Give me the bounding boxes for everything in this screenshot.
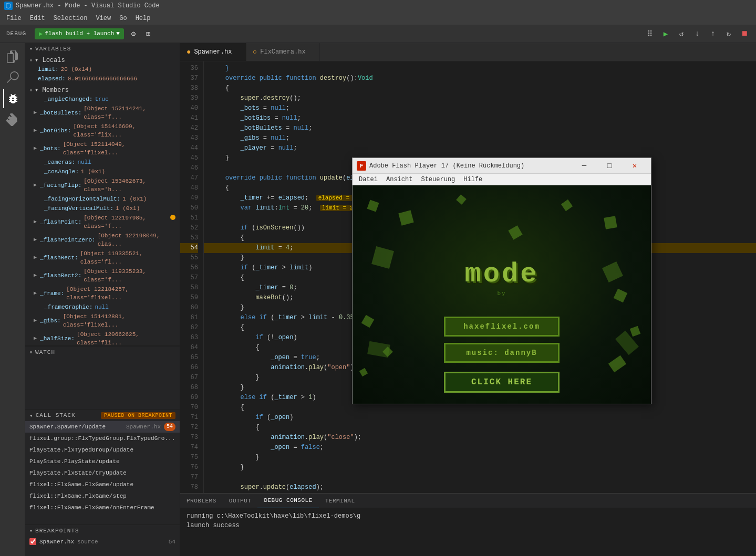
maximize-button[interactable]: □ — [597, 158, 622, 174]
var-flashRect2[interactable]: ▶ _flashRect2: [Object 119335233, class=… — [25, 267, 180, 285]
callstack-item-5[interactable]: flixel::FlxGame.FlxGame/update — [25, 479, 180, 490]
callstack-item-1[interactable]: flixel.group::FlxTypedGroup.FlxTypedGro.… — [25, 433, 180, 444]
activity-explorer[interactable] — [3, 47, 22, 66]
code-line-39: super.destroy(); — [204, 93, 756, 103]
game-subtitle: by — [497, 290, 506, 297]
activity-search[interactable] — [3, 68, 22, 87]
flash-menu-datei[interactable]: Datei — [355, 174, 382, 185]
callstack-item-0[interactable]: Spawner.Spawner/update Spawner.hx 54 — [25, 421, 180, 433]
terminal-line-1: launch success — [187, 521, 750, 530]
code-line-78: super.update(elapsed); — [204, 482, 756, 492]
tab-spawner[interactable]: ● Spawner.hx × — [180, 43, 246, 61]
var-flashPointZero[interactable]: ▶ _flashPointZero: [Object 122198049, cl… — [25, 231, 180, 249]
code-line-40: _bots = null; — [204, 103, 756, 113]
tab-label-spawner: Spawner.hx — [194, 48, 232, 56]
watch-header[interactable]: ▾ WATCH — [25, 347, 180, 358]
var-gibs[interactable]: ▶ _gibs: [Object 151412801, class='flixe… — [25, 312, 180, 330]
drag-handle: ⠿ — [643, 26, 657, 41]
var-botGibs[interactable]: ▶ _botGibs: [Object 151416609, class='fl… — [25, 122, 180, 140]
breakpoint-checkbox-0[interactable] — [29, 538, 36, 545]
flash-menu-steuerung[interactable]: Steuerung — [417, 174, 459, 185]
flash-titlebar: F Adobe Flash Player 17 (Keine Rückmeldu… — [353, 158, 651, 174]
var-facingFlip[interactable]: ▶ _facingFlip: [Object 153462673, class=… — [25, 176, 180, 194]
members-header[interactable]: ▾ ▾ Members — [25, 86, 180, 95]
code-line-43: _gibs = null; — [204, 133, 756, 143]
tab-problems[interactable]: PROBLEMS — [180, 494, 223, 508]
var-botBullets[interactable]: ▶ _botBullets: [Object 152114241, class=… — [25, 104, 180, 122]
callstack-item-7[interactable]: flixel::FlxGame.FlxGame/onEnterFrame — [25, 502, 180, 513]
tab-debug-console[interactable]: DEBUG CONSOLE — [257, 494, 318, 508]
flash-build-button[interactable]: ▶ flash build + launch ▼ — [35, 28, 124, 39]
variables-header[interactable]: ▾ VARIABLES — [25, 43, 180, 55]
var-bots[interactable]: ▶ _bots: [Object 152114049, class='flixe… — [25, 140, 180, 158]
var-cameras: _cameras: null — [25, 158, 180, 167]
layout-button[interactable]: ⊞ — [141, 26, 156, 41]
flash-content: mode by haxeflixel.com music: dannyB CLI… — [353, 185, 651, 404]
close-button[interactable]: ✕ — [623, 158, 647, 174]
terminal-line-0: running c:\HaxeToolkit\haxe\lib\flixel-d… — [187, 511, 750, 521]
callstack-item-2[interactable]: PlayState.FlxTypedGroup/update — [25, 444, 180, 456]
play-icon: ▶ — [39, 30, 43, 38]
var-limit: limit: 20 (0x14) — [25, 65, 180, 74]
code-line-75: } — [204, 453, 756, 463]
members-label: ▾ Members — [35, 86, 69, 94]
dropdown-arrow: ▼ — [116, 30, 120, 37]
var-cosAngle: _cosAngle: 1 (0x1) — [25, 167, 180, 176]
debug-controls: ⠿ ▶ ↺ ↓ ↑ ↻ ⏹ — [643, 26, 756, 41]
step-out-button[interactable]: ↑ — [706, 26, 720, 41]
game-display: mode by haxeflixel.com music: dannyB CLI… — [353, 185, 651, 404]
breakpoints-header[interactable]: ▾ BREAKPOINTS — [25, 525, 180, 537]
variables-section: ▾ VARIABLES ▾ ▾ Locals limit: 20 (0x14) … — [25, 43, 180, 346]
menu-view[interactable]: View — [91, 12, 115, 25]
stop-button[interactable]: ⏹ — [737, 26, 752, 41]
haxeflixel-button[interactable]: haxeflixel.com — [444, 317, 560, 337]
code-line-73: animation.play("close"); — [204, 433, 756, 443]
menu-go[interactable]: Go — [115, 12, 131, 25]
var-flashRect[interactable]: ▶ _flashRect: [Object 119335521, class='… — [25, 249, 180, 267]
music-button[interactable]: music: dannyB — [444, 343, 560, 363]
var-frame[interactable]: ▶ _frame: [Object 122184257, class='flix… — [25, 285, 180, 302]
var-facingHMult: _facingHorizontalMult: 1 (0x1) — [25, 194, 180, 204]
menu-help[interactable]: Help — [131, 12, 155, 25]
code-line-42: _botBullets = null; — [204, 123, 756, 133]
menu-file[interactable]: File — [2, 12, 26, 25]
callstack-item-6[interactable]: flixel::FlxGame.FlxGame/step — [25, 490, 180, 502]
minimize-button[interactable]: ─ — [572, 158, 596, 174]
var-halfSize[interactable]: ▶ _halfSize: [Object 120662625, class='f… — [25, 330, 180, 346]
locals-label: ▾ Locals — [35, 56, 65, 64]
callstack-items: Spawner.Spawner/update Spawner.hx 54 fli… — [25, 421, 180, 524]
callstack-item-3[interactable]: PlayState.PlayState/update — [25, 456, 180, 467]
tab-flxcamera[interactable]: ○ FlxCamera.hx × — [246, 43, 320, 61]
tab-output[interactable]: OUTPUT — [223, 494, 258, 508]
tab-terminal[interactable]: TERMINAL — [319, 494, 361, 508]
callstack-item-4[interactable]: PlayState.FlxState/tryUpdate — [25, 467, 180, 479]
callstack-arrow: ▾ — [29, 412, 34, 419]
var-angleChanged: _angleChanged: true — [25, 95, 180, 104]
game-title: mode — [465, 259, 539, 290]
debug-label: DEBUG — [0, 30, 33, 37]
activity-extensions[interactable] — [3, 110, 22, 129]
members-group: ▾ ▾ Members _angleChanged: true ▶ _botBu… — [25, 85, 180, 346]
members-arrow: ▾ — [29, 87, 33, 93]
activity-bar — [0, 43, 25, 556]
activity-debug[interactable] — [3, 89, 22, 108]
step-into-button[interactable]: ↓ — [690, 26, 705, 41]
click-here-button[interactable]: CLICK HERE — [444, 372, 560, 393]
restart-button[interactable]: ↻ — [721, 26, 736, 41]
step-over-button[interactable]: ↺ — [674, 26, 689, 41]
callstack-header[interactable]: ▾ CALL STACK PAUSED ON BREAKPOINT — [25, 410, 180, 421]
locals-header[interactable]: ▾ ▾ Locals — [25, 56, 180, 65]
paused-badge: PAUSED ON BREAKPOINT — [101, 412, 175, 419]
var-flashPoint[interactable]: ▶ _flashPoint: [Object 122197985, class=… — [25, 213, 180, 231]
breakpoint-item-0: Spawner.hx source 54 — [25, 537, 180, 547]
code-line-38: { — [204, 83, 756, 93]
continue-button[interactable]: ▶ — [658, 26, 673, 41]
menu-selection[interactable]: Selection — [49, 12, 92, 25]
var-frameGraphic: _frameGraphic: null — [25, 302, 180, 312]
flash-menu-ansicht[interactable]: Ansicht — [382, 174, 417, 185]
settings-button[interactable]: ⚙ — [126, 26, 141, 41]
breakpoint-dot — [170, 215, 175, 220]
code-line-77 — [204, 473, 756, 482]
flash-menu-hilfe[interactable]: Hilfe — [459, 174, 486, 185]
menu-edit[interactable]: Edit — [26, 12, 49, 25]
